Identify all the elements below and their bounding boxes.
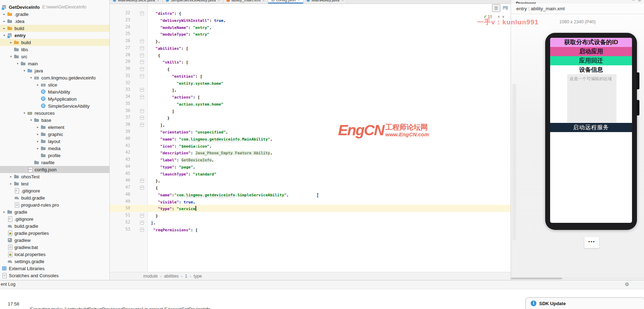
previewer-divider[interactable] [511, 0, 511, 280]
chevron-down-icon[interactable]: ∨ [502, 15, 505, 18]
fold-marker-icon[interactable] [140, 74, 144, 78]
code-line-37[interactable]: 37} [110, 114, 511, 121]
tree-item-layout[interactable]: ▸layout [0, 138, 109, 145]
code-line-22[interactable]: 22"distro": { [110, 10, 511, 17]
chevron-down-icon[interactable]: ▾ [28, 118, 34, 122]
tab-config-json[interactable]: config.json× [268, 0, 303, 4]
tree-item-mainability[interactable]: MainAbility [0, 88, 109, 95]
tree-item-base[interactable]: ▾base [0, 117, 109, 124]
code-line-50[interactable]: 50"type": "service [110, 205, 511, 212]
tree-item-external-libraries[interactable]: External Libraries [0, 265, 109, 272]
close-tab-icon[interactable]: × [263, 0, 265, 2]
code-editor[interactable]: 22"distro": {23"deliveryWithInstall": tr… [110, 4, 511, 272]
breadcrumb-item-1[interactable]: 1 [185, 274, 187, 279]
tab-mainabilityslice-java[interactable]: MainAbilitySlice.java× [110, 0, 163, 4]
start-remote-service-button[interactable]: 启动远程服务 [550, 123, 632, 132]
fold-marker-icon[interactable] [140, 179, 144, 183]
code-line-35[interactable]: 35"action.system.home" [110, 100, 511, 107]
tree-item-slice[interactable]: ▸slice [0, 81, 109, 88]
previewer-scrollbar-horizontal[interactable] [511, 277, 644, 280]
tab-simpleserviceability-java[interactable]: SimpleServiceAbility.java× [163, 0, 223, 4]
tab-mainability-java[interactable]: MainAbility.java× [303, 0, 347, 4]
tree-item-gitignore[interactable]: .gitignore [0, 187, 109, 194]
gear-icon[interactable]: ⚙ [638, 0, 641, 2]
code-line-40[interactable]: 40"name": "com.lingmou.getdeviceinfo.Mai… [110, 135, 511, 142]
tree-item-gradlew[interactable]: gradlew [0, 237, 109, 244]
code-line-28[interactable]: 28{ [110, 52, 511, 59]
sdk-update-notification[interactable]: i SDK Update [525, 297, 644, 309]
tree-item-graphic[interactable]: ▸graphic [0, 131, 109, 138]
breadcrumb-item-abilities[interactable]: abilities [164, 274, 179, 279]
chevron-down-icon[interactable]: ▾ [28, 76, 34, 79]
tree-item-gradle-properties[interactable]: gradle.properties [0, 230, 109, 237]
code-line-36[interactable]: 36] [110, 107, 511, 114]
code-line-31[interactable]: 31"entities": [ [110, 72, 511, 79]
editable-textarea[interactable]: 这是一个可编辑的区域 [567, 74, 616, 123]
code-line-30[interactable]: 30{ [110, 65, 511, 72]
fold-marker-icon[interactable] [140, 95, 144, 99]
code-line-47[interactable]: 47{ [110, 184, 511, 191]
fold-marker-icon[interactable] [140, 116, 144, 120]
tree-item-simpleserviceability[interactable]: SimpleServiceAbility [0, 102, 109, 109]
phone-button-[interactable]: 启动应用 [550, 47, 632, 56]
code-line-42[interactable]: 42"description": Java_Phone_Empty Featur… [110, 149, 511, 156]
code-line-25[interactable]: 25"moduleType": "entry" [110, 30, 511, 37]
tree-item-proguard-rules-pro[interactable]: proguard-rules.pro [0, 201, 109, 208]
chevron-right-icon[interactable]: ▸ [8, 41, 14, 44]
tree-item-media[interactable]: ▸media [0, 145, 109, 152]
tree-item-idea[interactable]: ▸.idea [0, 18, 109, 25]
chevron-down-icon[interactable]: ▾ [22, 111, 27, 115]
code-line-53[interactable]: 53"reqPermissions": [ [110, 226, 511, 233]
tree-item-config-json[interactable]: config.json [0, 166, 109, 173]
tree-item-build-gradle[interactable]: build.gradle [0, 194, 109, 201]
fold-marker-icon[interactable] [140, 39, 144, 43]
phone-button-[interactable]: 应用回迁 [550, 56, 632, 65]
fold-marker-icon[interactable] [140, 67, 144, 71]
minimize-icon[interactable]: ─ [632, 0, 635, 2]
code-line-23[interactable]: 23"deliveryWithInstall": true, [110, 17, 511, 24]
chevron-right-icon[interactable]: ▸ [8, 182, 14, 185]
fold-marker-icon[interactable] [140, 228, 144, 232]
chevron-down-icon[interactable]: ▾ [15, 62, 20, 65]
code-line-49[interactable]: 49"visible": true, [110, 198, 511, 205]
tree-item-local-properties[interactable]: local.properties [0, 251, 109, 258]
code-line-43[interactable]: 43"label": GetDeviceInfo, [110, 156, 511, 163]
fold-marker-icon[interactable] [140, 221, 144, 225]
chevron-right-icon[interactable]: ▸ [35, 139, 41, 143]
code-line-24[interactable]: 24"moduleName": "entry", [110, 24, 511, 31]
inspection-widget[interactable]: ✓ 10 ∧ ∨ [483, 14, 505, 19]
tree-item-ohostest[interactable]: ▸ohosTest [0, 173, 109, 180]
scrollbar-thumb[interactable] [511, 278, 562, 279]
code-line-51[interactable]: 51} [110, 212, 511, 219]
chevron-right-icon[interactable]: ▸ [35, 147, 41, 150]
fold-marker-icon[interactable] [140, 53, 144, 57]
tab-ability-main-xml[interactable]: ability_main.xml× [223, 0, 268, 4]
tree-item-gradle[interactable]: ▸gradle [0, 208, 109, 215]
fold-marker-icon[interactable] [140, 123, 144, 127]
chevron-right-icon[interactable]: ▸ [1, 26, 7, 30]
design-view-toggle-icon[interactable] [501, 4, 509, 11]
chevron-down-icon[interactable]: ▾ [1, 34, 7, 37]
tree-item-getdeviceinfo[interactable]: GetDeviceInfoE:\www\GetDeviceInfo [0, 4, 109, 11]
tree-item-build[interactable]: ▸build [0, 25, 109, 32]
tree-item-gitignore[interactable]: .gitignore [0, 215, 109, 222]
fold-marker-icon[interactable] [140, 60, 144, 64]
fold-marker-icon[interactable] [140, 88, 144, 92]
chevron-down-icon[interactable]: ▾ [8, 55, 14, 58]
breadcrumb-item-module[interactable]: module [143, 274, 158, 279]
fold-marker-icon[interactable] [140, 214, 144, 218]
event-log-tab[interactable]: ent Log [1, 282, 16, 287]
text-view-toggle-icon[interactable]: ☰ [492, 4, 500, 12]
code-line-39[interactable]: 39"orientation": "unspecified", [110, 128, 511, 135]
tree-item-java[interactable]: ▾java [0, 67, 109, 74]
code-line-38[interactable]: 38], [110, 121, 511, 128]
chevron-right-icon[interactable]: ▸ [1, 12, 7, 16]
phone-button-id[interactable]: 获取分布式设备的ID [550, 38, 632, 47]
gear-icon[interactable]: ⚙ [625, 281, 629, 287]
tree-item-entry[interactable]: ▾entry [0, 32, 109, 39]
panel-divider[interactable] [109, 0, 110, 280]
chevron-down-icon[interactable]: ▾ [22, 69, 27, 72]
code-line-45[interactable]: 45"launchType": "standard" [110, 170, 511, 177]
fold-marker-icon[interactable] [140, 46, 144, 50]
tree-item-settings-gradle[interactable]: settings.gradle [0, 258, 109, 265]
